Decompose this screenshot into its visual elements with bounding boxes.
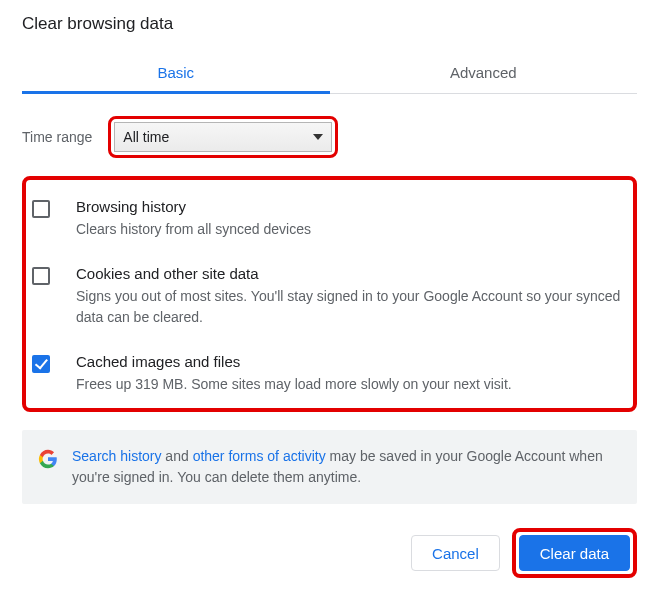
tab-basic[interactable]: Basic: [22, 52, 330, 93]
dialog-title: Clear browsing data: [22, 14, 637, 34]
option-cache: Cached images and files Frees up 319 MB.…: [30, 345, 629, 398]
link-search-history[interactable]: Search history: [72, 448, 161, 464]
option-text: Browsing history Clears history from all…: [76, 198, 311, 239]
link-other-activity[interactable]: other forms of activity: [193, 448, 326, 464]
option-desc: Frees up 319 MB. Some sites may load mor…: [76, 374, 512, 394]
dialog-footer: Cancel Clear data: [22, 528, 637, 578]
option-title: Cookies and other site data: [76, 265, 629, 282]
google-logo-icon: [38, 449, 58, 469]
info-message: Search history and other forms of activi…: [72, 446, 621, 488]
highlight-clear-button: Clear data: [512, 528, 637, 578]
time-range-dropdown[interactable]: All time: [114, 122, 332, 152]
option-browsing-history: Browsing history Clears history from all…: [30, 190, 629, 257]
tabs: Basic Advanced: [22, 52, 637, 94]
highlight-options-group: Browsing history Clears history from all…: [22, 176, 637, 412]
option-cookies: Cookies and other site data Signs you ou…: [30, 257, 629, 345]
option-text: Cookies and other site data Signs you ou…: [76, 265, 629, 327]
time-range-label: Time range: [22, 129, 92, 145]
checkbox-cache[interactable]: [32, 355, 50, 373]
highlight-time-range: All time: [108, 116, 338, 158]
tab-advanced[interactable]: Advanced: [330, 52, 638, 93]
clear-data-button[interactable]: Clear data: [519, 535, 630, 571]
chevron-down-icon: [313, 134, 323, 140]
time-range-row: Time range All time: [22, 116, 637, 158]
option-text: Cached images and files Frees up 319 MB.…: [76, 353, 512, 394]
option-title: Cached images and files: [76, 353, 512, 370]
cancel-button[interactable]: Cancel: [411, 535, 500, 571]
time-range-value: All time: [123, 129, 169, 145]
checkbox-browsing-history[interactable]: [32, 200, 50, 218]
option-desc: Clears history from all synced devices: [76, 219, 311, 239]
option-desc: Signs you out of most sites. You'll stay…: [76, 286, 629, 327]
checkbox-cookies[interactable]: [32, 267, 50, 285]
option-title: Browsing history: [76, 198, 311, 215]
clear-browsing-data-dialog: Clear browsing data Basic Advanced Time …: [0, 0, 659, 578]
google-info-box: Search history and other forms of activi…: [22, 430, 637, 504]
